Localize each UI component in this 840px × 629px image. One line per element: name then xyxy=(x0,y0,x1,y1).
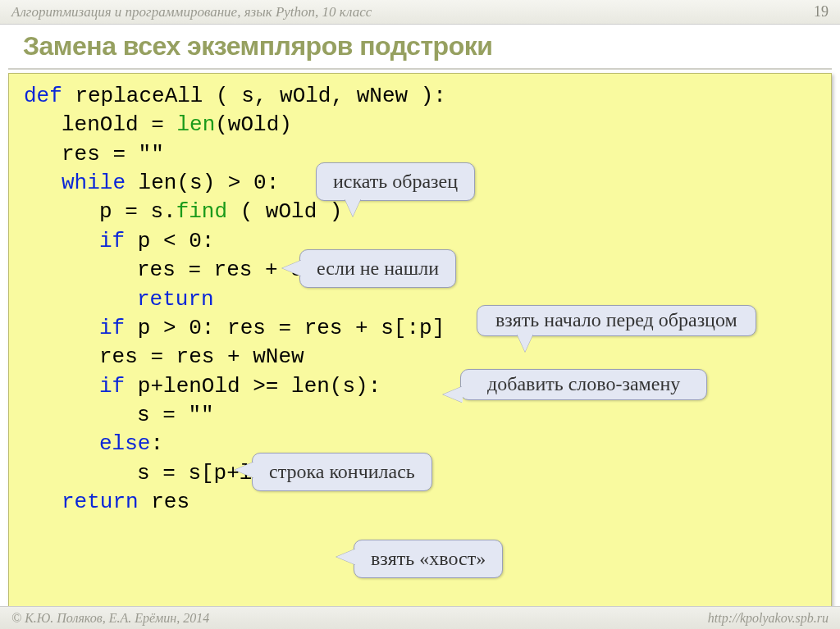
code-text: lenOld = xyxy=(62,112,176,137)
callout-take-prefix: взять начало перед образцом xyxy=(477,305,756,336)
footer-authors: © К.Ю. Поляков, Е.А. Ерёмин, 2014 xyxy=(11,611,209,626)
kw-def: def xyxy=(24,84,62,108)
code-text: res = res + wNew xyxy=(99,344,304,369)
page-number: 19 xyxy=(814,3,829,21)
callout-search-pattern: искать образец xyxy=(316,162,475,201)
slide-header: Алгоритмизация и программирование, язык … xyxy=(0,0,840,25)
callout-tail-icon xyxy=(235,462,254,478)
callout-text: искать образец xyxy=(333,171,458,192)
fn-len: len xyxy=(176,112,215,137)
callout-text: строка кончилась xyxy=(269,461,415,482)
code-text: res = res + s xyxy=(137,258,304,282)
kw-while: while xyxy=(62,171,126,195)
code-text: : xyxy=(150,431,163,456)
callout-text: если не нашли xyxy=(317,258,439,279)
code-text: res = "" xyxy=(62,142,164,166)
code-text: res xyxy=(139,490,189,514)
callout-text: взять начало перед образцом xyxy=(495,309,737,330)
callout-tail-icon xyxy=(345,198,361,217)
slide-title: Замена всех экземпляров подстроки xyxy=(23,31,840,62)
kw-if: if xyxy=(99,316,125,340)
header-course: Алгоритмизация и программирование, язык … xyxy=(11,4,372,21)
callout-if-not-found: если не нашли xyxy=(299,249,456,288)
code-block: def replaceAll ( s, wOld, wNew ): lenOld… xyxy=(8,73,832,614)
code-text: p = s. xyxy=(99,199,176,224)
callout-tail-icon xyxy=(443,386,463,403)
code-text: len(s) > 0: xyxy=(126,171,279,195)
kw-return: return xyxy=(137,287,214,312)
callout-string-ended: строка кончилась xyxy=(252,453,432,491)
callout-tail-icon xyxy=(336,549,356,565)
callout-take-tail: взять «хвост» xyxy=(354,540,503,578)
code-text: p > 0: res = res + s[:p] xyxy=(125,316,445,340)
kw-if: if xyxy=(99,374,125,399)
code-text: replaceAll ( s, wOld, wNew ): xyxy=(62,84,446,108)
code-text: p < 0: xyxy=(125,229,214,253)
kw-if: if xyxy=(99,229,125,253)
code-text: s = "" xyxy=(137,403,214,427)
code-text: p+lenOld >= len(s): xyxy=(125,374,381,399)
kw-return: return xyxy=(62,490,139,514)
fn-find: find xyxy=(176,199,227,224)
title-rule xyxy=(8,68,832,70)
callout-add-replacement: добавить слово-замену xyxy=(460,369,707,400)
callout-text: добавить слово-замену xyxy=(487,373,680,394)
slide-footer: © К.Ю. Поляков, Е.А. Ерёмин, 2014 http:/… xyxy=(0,606,840,629)
callout-text: взять «хвост» xyxy=(371,548,486,569)
callout-tail-icon xyxy=(282,260,302,276)
kw-else: else xyxy=(99,431,150,456)
callout-tail-icon xyxy=(517,334,533,352)
code-text: ( wOld ) xyxy=(227,199,342,224)
footer-url: http://kpolyakov.spb.ru xyxy=(708,611,829,626)
code-text: (wOld) xyxy=(215,112,292,137)
